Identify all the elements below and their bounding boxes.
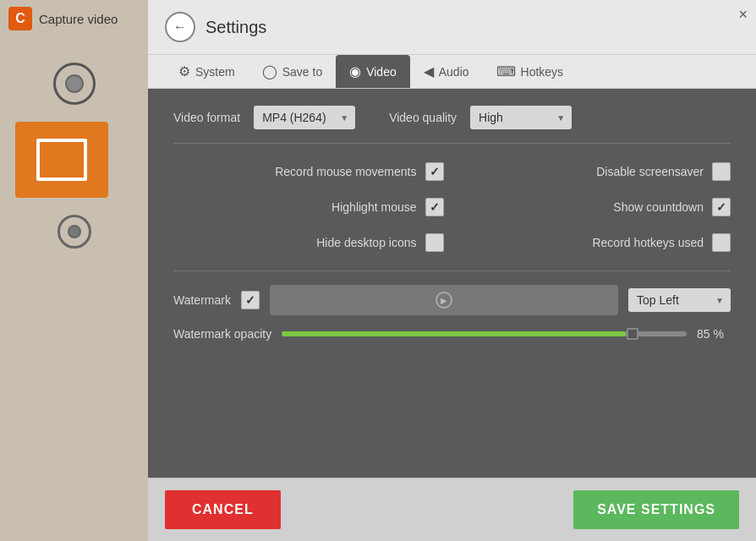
show-countdown-checkbox[interactable] <box>712 198 731 216</box>
back-button[interactable]: ← <box>165 12 195 42</box>
disable-screensaver-checkbox[interactable] <box>712 162 731 181</box>
quality-select[interactable]: High Medium Low <box>470 106 572 129</box>
save-to-icon: ◯ <box>262 63 277 79</box>
format-select[interactable]: MP4 (H264) AVI MOV MKV WMV <box>254 106 355 129</box>
watermark-position-select[interactable]: Top Left Top Right Bottom Left Bottom Ri… <box>628 288 731 312</box>
record-button[interactable] <box>53 63 96 105</box>
format-label: Video format <box>173 111 240 124</box>
hide-desktop-option: Hide desktop icons <box>173 225 444 260</box>
options-container: Record mouse movements Highlight mouse H… <box>173 154 731 260</box>
background-panel: C Capture video <box>0 0 148 541</box>
quality-select-wrapper[interactable]: High Medium Low <box>470 106 572 129</box>
opacity-slider-track <box>282 331 687 336</box>
video-icon: ◉ <box>349 63 361 79</box>
thumbnail-area <box>8 122 140 249</box>
app-logo: C <box>8 7 32 30</box>
quality-label: Video quality <box>389 111 457 124</box>
watermark-position-wrapper[interactable]: Top Left Top Right Bottom Left Bottom Ri… <box>628 288 731 312</box>
opacity-row: Watermark opacity 85 % <box>173 325 731 342</box>
watermark-play-icon: ▶ <box>436 292 452 309</box>
record-hotkeys-label: Record hotkeys used <box>461 236 704 249</box>
divider-1 <box>173 143 731 144</box>
thumbnail <box>15 122 108 198</box>
opacity-slider-container <box>282 325 687 342</box>
tab-video-label: Video <box>366 65 397 79</box>
record-hotkeys-checkbox[interactable] <box>712 233 731 252</box>
divider-2 <box>173 270 731 271</box>
tab-system-label: System <box>195 65 235 79</box>
watermark-checkbox[interactable] <box>241 291 260 309</box>
dialog-header: ← Settings <box>148 0 756 55</box>
video-settings-content: Video format MP4 (H264) AVI MOV MKV WMV … <box>148 89 756 478</box>
disable-screensaver-option: Disable screensaver <box>461 154 731 189</box>
app-title-bar: C Capture video <box>0 0 148 37</box>
highlight-mouse-label: Highlight mouse <box>173 200 417 214</box>
tab-save-to-label: Save to <box>282 65 322 79</box>
settings-dialog: × ← Settings ⚙ System ◯ Save to ◉ Video … <box>148 0 756 541</box>
show-countdown-option: Show countdown <box>461 189 731 225</box>
stop-button-inner <box>68 225 81 238</box>
audio-icon: ◀ <box>424 63 434 79</box>
tab-system[interactable]: ⚙ System <box>165 55 249 88</box>
opacity-value: 85 % <box>697 327 731 341</box>
stop-button[interactable] <box>58 215 91 249</box>
show-countdown-label: Show countdown <box>461 200 704 214</box>
highlight-mouse-checkbox[interactable] <box>425 198 444 216</box>
opacity-slider-thumb[interactable] <box>627 328 638 340</box>
settings-tabs: ⚙ System ◯ Save to ◉ Video ◀ Audio ⌨ Hot… <box>148 55 756 89</box>
watermark-preview: ▶ <box>270 285 618 315</box>
record-button-inner <box>65 74 84 93</box>
close-button[interactable]: × <box>738 7 748 22</box>
hide-desktop-checkbox[interactable] <box>425 233 444 252</box>
dialog-footer: CANCEL SAVE SETTINGS <box>148 478 756 541</box>
record-mouse-option: Record mouse movements <box>173 154 444 189</box>
right-options-col: Disable screensaver Show countdown Recor… <box>461 154 731 260</box>
highlight-mouse-option: Highlight mouse <box>173 189 444 225</box>
tab-hotkeys[interactable]: ⌨ Hotkeys <box>483 55 578 88</box>
save-settings-button[interactable]: SAVE SETTINGS <box>573 490 739 529</box>
opacity-label: Watermark opacity <box>173 327 271 341</box>
record-mouse-label: Record mouse movements <box>173 165 417 178</box>
hotkeys-icon: ⌨ <box>496 63 516 79</box>
tab-save-to[interactable]: ◯ Save to <box>249 55 336 88</box>
record-hotkeys-option: Record hotkeys used <box>461 225 731 260</box>
watermark-label: Watermark <box>173 293 231 307</box>
system-icon: ⚙ <box>178 63 190 79</box>
tab-video[interactable]: ◉ Video <box>336 55 410 88</box>
tab-audio-label: Audio <box>439 65 469 79</box>
record-button-area <box>0 63 148 105</box>
hide-desktop-label: Hide desktop icons <box>173 236 417 249</box>
disable-screensaver-label: Disable screensaver <box>461 165 704 178</box>
left-options-col: Record mouse movements Highlight mouse H… <box>173 154 444 260</box>
thumbnail-bracket <box>36 139 87 181</box>
dialog-title: Settings <box>205 18 266 37</box>
tab-audio[interactable]: ◀ Audio <box>410 55 483 88</box>
format-select-wrapper[interactable]: MP4 (H264) AVI MOV MKV WMV <box>254 106 355 129</box>
app-title: Capture video <box>39 12 118 26</box>
opacity-slider-fill <box>282 331 626 336</box>
record-mouse-checkbox[interactable] <box>425 162 444 181</box>
tab-hotkeys-label: Hotkeys <box>521 65 564 79</box>
format-quality-row: Video format MP4 (H264) AVI MOV MKV WMV … <box>173 106 731 129</box>
watermark-row: Watermark ▶ Top Left Top Right Bottom Le… <box>173 285 731 315</box>
cancel-button[interactable]: CANCEL <box>165 490 281 529</box>
